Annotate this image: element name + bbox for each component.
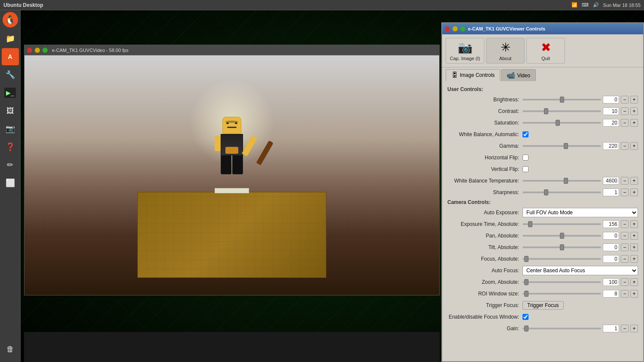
gain-increase[interactable]: + — [630, 325, 638, 332]
tilt-thumb[interactable] — [560, 244, 564, 250]
video-minimize-button[interactable] — [35, 48, 40, 53]
gain-slider[interactable] — [522, 328, 601, 329]
zoom-slider[interactable] — [522, 281, 601, 283]
gain-slider-wrap: 1 − + — [522, 325, 638, 332]
sharpness-increase[interactable]: + — [630, 189, 638, 196]
roi-decrease[interactable]: − — [621, 290, 629, 298]
focus-abs-slider[interactable] — [522, 258, 601, 260]
webcam-icon[interactable]: 📷 — [2, 120, 19, 137]
wb-temp-decrease[interactable]: − — [621, 177, 629, 185]
auto-exposure-select[interactable]: Full FOV Auto Mode Manual Mode Aperture … — [522, 208, 638, 217]
brightness-thumb[interactable] — [560, 97, 564, 103]
wb-temp-slider[interactable] — [522, 180, 601, 182]
saturation-thumb[interactable] — [556, 120, 560, 126]
focus-window-checkbox[interactable] — [522, 314, 529, 320]
help-icon[interactable]: ❓ — [2, 138, 19, 155]
settings-icon[interactable]: 🔧 — [2, 66, 19, 83]
lego-legs — [221, 155, 243, 174]
trigger-focus-label: Trigger Focus: — [447, 302, 522, 308]
saturation-label: Saturation: — [447, 120, 522, 126]
controls-maximize-button[interactable] — [460, 26, 465, 31]
drawing-icon[interactable]: ✏ — [2, 156, 19, 173]
trigger-focus-button[interactable]: Trigger Focus — [522, 301, 564, 310]
saturation-decrease[interactable]: − — [621, 119, 629, 127]
pan-increase[interactable]: + — [630, 232, 638, 240]
ubuntu-icon[interactable]: 🐧 — [3, 12, 18, 27]
controls-minimize-button[interactable] — [453, 26, 458, 31]
tilt-increase[interactable]: + — [630, 243, 638, 251]
wb-auto-checkbox[interactable] — [522, 131, 529, 137]
saturation-slider[interactable] — [522, 122, 601, 124]
pan-slider[interactable] — [522, 235, 601, 237]
gamma-thumb[interactable] — [564, 143, 568, 149]
wb-temp-thumb[interactable] — [564, 178, 568, 184]
sharpness-label: Sharpness: — [447, 189, 522, 195]
wb-temp-row: White Balance Temperature: 4600 − + — [447, 176, 638, 186]
roi-thumb[interactable] — [524, 291, 529, 297]
gain-decrease[interactable]: − — [621, 325, 629, 332]
focus-abs-thumb[interactable] — [524, 256, 529, 262]
pan-decrease[interactable]: − — [621, 232, 629, 240]
tilt-decrease[interactable]: − — [621, 243, 629, 251]
roi-increase[interactable]: + — [630, 290, 638, 298]
lego-leg-right — [232, 155, 243, 174]
tilt-slider[interactable] — [522, 246, 601, 248]
brightness-slider[interactable] — [522, 99, 601, 100]
files-icon[interactable]: 📁 — [2, 30, 19, 47]
tab-video[interactable]: 📹 Video — [501, 69, 535, 81]
zoom-increase[interactable]: + — [630, 278, 638, 286]
tilt-label: Tilt, Absolute: — [447, 244, 522, 250]
vflip-checkbox[interactable] — [522, 166, 529, 172]
auto-focus-select[interactable]: Center Based Auto Focus Full FOV Auto Fo… — [522, 266, 638, 275]
video-close-button[interactable] — [27, 48, 32, 53]
cap-image-button[interactable]: 📷 Cap. Image (I) — [446, 38, 484, 64]
wb-temp-increase[interactable]: + — [630, 177, 638, 185]
gamma-row: Gamma: 220 − + — [447, 141, 638, 151]
video-tab-icon: 📹 — [507, 71, 515, 79]
photo-icon[interactable]: 🖼 — [2, 102, 19, 119]
video-maximize-button[interactable] — [43, 48, 48, 53]
contrast-increase[interactable]: + — [630, 107, 638, 115]
exposure-time-value: 156 — [603, 220, 619, 228]
terminal-icon[interactable]: ▶_ — [2, 84, 19, 101]
brightness-increase[interactable]: + — [630, 96, 638, 103]
controls-panel: e-CAM_TK1 GUVCViewer Controls 📷 Cap. Ima… — [441, 22, 644, 362]
roi-slider[interactable] — [522, 293, 601, 295]
tab-image-controls[interactable]: 🎛 Image Controls — [446, 69, 500, 81]
exposure-time-decrease[interactable]: − — [621, 220, 629, 228]
gamma-slider[interactable] — [522, 145, 601, 147]
zoom-thumb[interactable] — [524, 279, 529, 285]
exposure-time-thumb[interactable] — [528, 221, 532, 227]
lego-leg-left — [221, 155, 231, 174]
gain-thumb[interactable] — [524, 325, 529, 332]
software-icon[interactable]: A — [2, 48, 19, 65]
focus-abs-increase[interactable]: + — [630, 255, 638, 263]
sharpness-decrease[interactable]: − — [621, 189, 629, 196]
sharpness-value: 1 — [603, 189, 619, 196]
video-title: e-CAM_TK1 GUVCVideo - 58.00 fps — [52, 48, 128, 53]
brightness-decrease[interactable]: − — [621, 96, 629, 103]
contrast-decrease[interactable]: − — [621, 107, 629, 115]
trash-icon[interactable]: 🗑 — [2, 341, 19, 358]
quit-button[interactable]: ✖ Quit — [526, 38, 565, 64]
saturation-increase[interactable]: + — [630, 119, 638, 127]
about-button[interactable]: ✳ About — [486, 38, 525, 64]
apps-icon[interactable]: ⬜ — [2, 174, 19, 192]
pan-thumb[interactable] — [560, 233, 564, 239]
zoom-decrease[interactable]: − — [621, 278, 629, 286]
hflip-checkbox[interactable] — [522, 155, 529, 161]
cap-image-label: Cap. Image (I) — [450, 56, 480, 61]
trigger-focus-wrap: Trigger Focus — [522, 301, 564, 310]
zoom-value: 100 — [603, 278, 619, 286]
contrast-slider[interactable] — [522, 110, 601, 112]
contrast-thumb[interactable] — [544, 108, 548, 114]
controls-close-button[interactable] — [445, 26, 450, 31]
gamma-decrease[interactable]: − — [621, 142, 629, 150]
focus-abs-decrease[interactable]: − — [621, 255, 629, 263]
controls-titlebar: e-CAM_TK1 GUVCViewer Controls — [442, 23, 643, 34]
gamma-increase[interactable]: + — [630, 142, 638, 150]
exposure-time-slider[interactable] — [522, 223, 601, 225]
exposure-time-increase[interactable]: + — [630, 220, 638, 228]
sharpness-thumb[interactable] — [544, 189, 548, 195]
sharpness-slider[interactable] — [522, 192, 601, 193]
